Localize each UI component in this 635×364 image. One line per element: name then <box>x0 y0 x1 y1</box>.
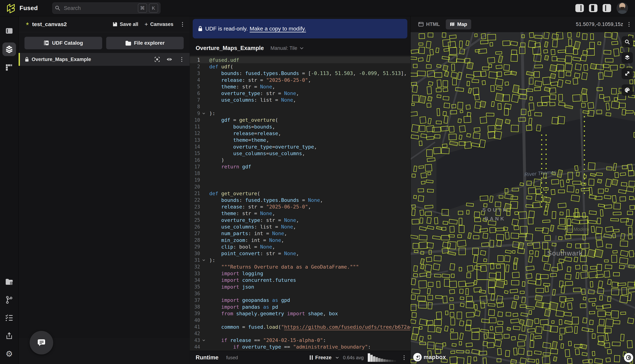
make-copy-link[interactable]: Make a copy to modify. <box>250 26 306 32</box>
code-line: 4 release: str = "2025-06-25-0", <box>190 77 410 83</box>
catalog-icon <box>44 40 49 46</box>
runtime-kebab[interactable] <box>401 353 407 362</box>
map-search-button[interactable] <box>621 36 633 48</box>
search-input[interactable] <box>64 5 136 12</box>
search-box[interactable]: ⌘ K <box>52 2 160 14</box>
apps-grid-icon[interactable] <box>3 61 16 74</box>
code-line: 24 theme: str = None, <box>190 210 410 217</box>
code-line: 19 <box>190 177 410 183</box>
save-all-button[interactable]: Save all <box>112 22 138 27</box>
icon-rail: ⚙ <box>0 16 19 364</box>
runtime-env: fused <box>226 355 238 360</box>
mapbox-attribution[interactable]: mapbox <box>413 353 446 362</box>
top-bar-actions <box>575 2 628 14</box>
add-canvas-button[interactable]: + Canvases <box>144 21 173 28</box>
map-style-palette-button[interactable] <box>621 84 633 96</box>
code-line: 11 bounds=bounds, <box>190 123 410 130</box>
code-line: 40 <box>190 317 410 324</box>
folder-icon <box>125 40 131 46</box>
code-line: 21def get_overture( <box>190 190 410 197</box>
map-label: Tate Modern <box>563 227 589 232</box>
read-only-text: UDF is read-only. <box>205 26 248 32</box>
canvas-menu-kebab[interactable] <box>180 20 185 28</box>
focus-frame-icon[interactable] <box>155 57 160 62</box>
udf-list-item[interactable]: Overture_Maps_Example <box>19 53 189 66</box>
tab-map[interactable]: Map <box>446 19 471 30</box>
code-line: 34 import concurrent.futures <box>190 277 410 284</box>
code-line: 12 release=release, <box>190 130 410 136</box>
file-explorer-button[interactable]: File explorer <box>106 37 184 49</box>
map-label: HlWa <box>624 264 635 269</box>
visibility-eye-icon[interactable] <box>166 57 172 62</box>
map-canvas[interactable]: River ThamesSOUTHBANKTate ModernSouthwar… <box>411 32 635 364</box>
canvas-panel: * test_canvas2 Save all + Canvases UDF C… <box>19 16 189 364</box>
editor-title: Overture_Maps_Example <box>196 45 264 52</box>
fused-logo-icon <box>6 3 16 13</box>
canvas-panel-header: * test_canvas2 Save all + Canvases <box>19 16 189 32</box>
map-kebab[interactable] <box>626 20 632 28</box>
layout-left-pane-icon[interactable] <box>575 4 584 12</box>
code-line: 7 use_columns: list = None, <box>190 97 410 103</box>
map-expand-button[interactable] <box>621 68 633 79</box>
share-export-icon[interactable] <box>3 329 16 343</box>
runtime-label: Runtime <box>196 354 219 361</box>
run-mode-dropdown[interactable]: Manual: Tile <box>270 46 304 51</box>
top-bar: Fused ⌘ K <box>0 0 635 16</box>
code-line: 6 overture_type: str = None, <box>190 90 410 96</box>
code-line: 26 use_columns: list = None, <box>190 223 410 230</box>
fold-chevron-icon[interactable] <box>200 339 207 341</box>
code-line: 1@fused.udf <box>190 56 410 63</box>
fused-workbench: Fused ⌘ K <box>0 0 635 364</box>
canvas-layers-icon[interactable] <box>3 42 16 56</box>
layout-right-pane-icon[interactable] <box>603 4 611 12</box>
canvas-title: test_canvas2 <box>32 21 67 28</box>
git-branch-icon[interactable] <box>3 293 16 307</box>
code-line: 15 use_columns=use_columns, <box>190 150 410 157</box>
code-line: 16 ) <box>190 157 410 163</box>
chat-fab-button[interactable] <box>30 331 53 354</box>
code-line: 3 bounds: fused.types.Bounds = [-0.113, … <box>190 70 410 77</box>
fold-chevron-icon[interactable] <box>200 112 207 114</box>
code-line: 13 theme=theme, <box>190 137 410 144</box>
checklist-icon[interactable] <box>3 311 16 325</box>
code-line: 2def udf( <box>190 63 410 70</box>
map-panel-header: HTML Map 51.5079,-0.1059,15z <box>411 16 635 32</box>
code-line: 38 import pandas as pd <box>190 304 410 310</box>
new-folder-icon[interactable] <box>3 275 16 289</box>
runtime-average: 0.64s avg <box>343 355 364 360</box>
code-line: 41 common = fused.load("https://github.c… <box>190 324 410 330</box>
settings-gear-icon[interactable]: ⚙ <box>3 347 16 361</box>
map-layers-button[interactable] <box>621 52 633 64</box>
freeze-button[interactable]: Freeze <box>310 354 332 360</box>
brand[interactable]: Fused <box>6 3 38 13</box>
chevron-down-icon <box>300 47 304 49</box>
udf-catalog-button[interactable]: UDF Catalog <box>25 37 102 49</box>
map-label: Southwark <box>547 250 583 257</box>
code-line: 9): <box>190 110 410 116</box>
code-line: 32 """Returns Overture data as a GeoData… <box>190 264 410 270</box>
code-editor[interactable]: 1@fused.udf2def udf(3 bounds: fused.type… <box>190 56 410 364</box>
map-info-icon[interactable] <box>624 353 633 362</box>
canvas-empty-area <box>19 66 189 338</box>
chat-bubble-icon <box>37 338 46 348</box>
map-label: SOUTH <box>482 207 508 213</box>
lock-icon <box>198 26 203 32</box>
save-icon <box>112 22 118 27</box>
map-coordinates: 51.5079,-0.1059,15z <box>576 22 623 27</box>
udf-name: Overture_Maps_Example <box>32 56 91 62</box>
toggle-sidebar-icon[interactable] <box>3 24 16 38</box>
chevron-down-icon[interactable] <box>336 357 339 359</box>
code-line: 10 gdf = get_overture( <box>190 117 410 123</box>
code-line: 44 if overture_type == "administrative_b… <box>190 344 410 350</box>
layout-center-pane-icon[interactable] <box>589 4 597 12</box>
code-editor-panel: UDF is read-only. Make a copy to modify.… <box>190 16 411 364</box>
user-avatar[interactable] <box>616 2 628 14</box>
unsaved-marker: * <box>26 21 29 29</box>
code-line: 29 clip: bool = None, <box>190 244 410 250</box>
code-line: 39 from shapely.geometry import shape, b… <box>190 310 410 317</box>
udf-item-kebab[interactable] <box>179 55 184 64</box>
tab-html[interactable]: HTML <box>414 19 444 30</box>
code-line: 33 import logging <box>190 270 410 277</box>
fold-chevron-icon[interactable] <box>200 259 207 261</box>
k-key-badge: K <box>149 4 158 13</box>
